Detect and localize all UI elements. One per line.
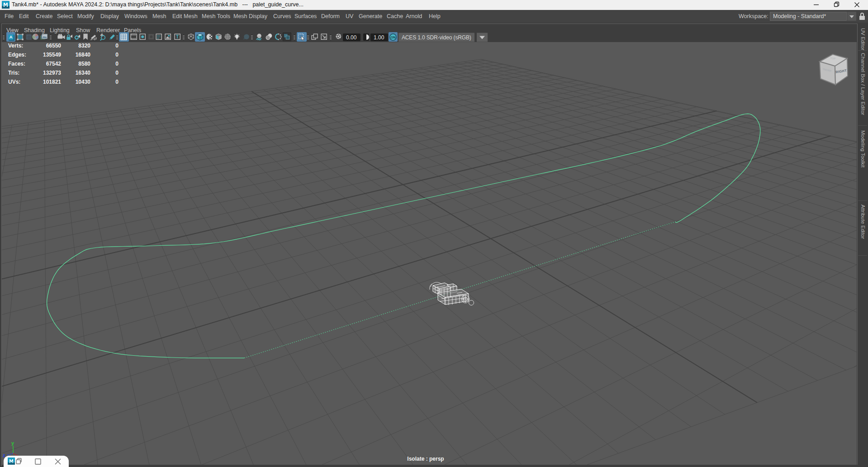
svg-text:y: y xyxy=(11,440,14,446)
svg-text:T: T xyxy=(176,34,179,39)
svg-text:ON: ON xyxy=(391,36,396,39)
svg-text:ACES 1.0 SDR-video (sRGB): ACES 1.0 SDR-video (sRGB) xyxy=(402,34,471,41)
svg-text:A: A xyxy=(9,35,13,39)
svg-text:0.00: 0.00 xyxy=(346,34,357,41)
svg-text:1.00: 1.00 xyxy=(374,34,384,41)
